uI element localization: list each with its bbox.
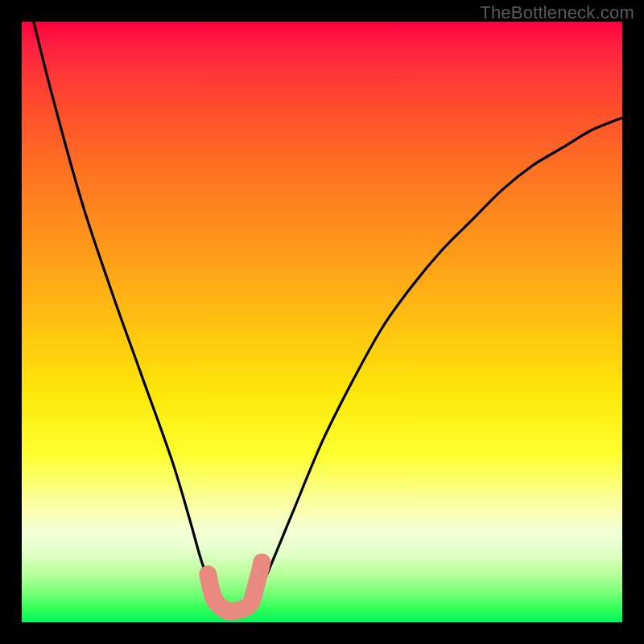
chart-frame: TheBottleneck.com [0, 0, 644, 644]
chart-svg [22, 22, 622, 622]
plot-area [22, 22, 622, 622]
optimal-range-highlight [208, 562, 262, 611]
watermark-text: TheBottleneck.com [480, 2, 634, 23]
bottleneck-curve-path [34, 22, 622, 617]
